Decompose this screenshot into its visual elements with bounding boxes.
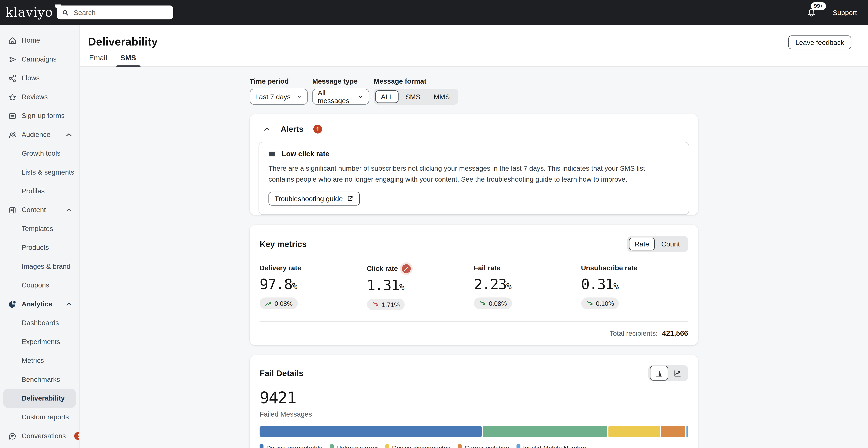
sidebar-item-content[interactable]: Content — [0, 201, 79, 219]
time-period-select[interactable]: Last 7 days — [250, 89, 308, 105]
sidebar-item-reviews[interactable]: Reviews — [0, 88, 79, 106]
message-type-filter: Message type All messages — [312, 78, 369, 105]
sidebar-item-products[interactable]: Products — [0, 238, 79, 257]
sidebar-item-home[interactable]: Home — [0, 31, 79, 50]
support-link[interactable]: Support — [833, 8, 857, 17]
sidebar-item-custom-reports[interactable]: Custom reports — [0, 408, 79, 426]
format-all-button[interactable]: ALL — [375, 90, 399, 103]
alert-title-row: Low click rate — [269, 150, 666, 158]
change-badge: 0.08% — [474, 298, 512, 309]
bar-segment-unknown-error[interactable] — [483, 426, 607, 437]
line-chart-icon — [673, 369, 682, 378]
home-icon — [8, 36, 17, 45]
key-metrics-header: Key metrics Rate Count — [259, 236, 688, 252]
sidebar-item-flows[interactable]: Flows — [0, 69, 79, 88]
count-toggle-button[interactable]: Count — [655, 238, 686, 250]
legend-swatch — [385, 445, 389, 448]
message-format-segmented: ALL SMS MMS — [374, 89, 458, 105]
chevron-up-icon — [64, 130, 73, 139]
alerts-card: Alerts 1 Low click rate There are a sign… — [250, 114, 698, 215]
search-icon — [61, 8, 69, 17]
format-mms-button[interactable]: MMS — [427, 90, 457, 103]
bar-segment-device-disconnected[interactable] — [608, 426, 660, 437]
failed-messages-label: Failed Messages — [259, 411, 688, 419]
bar-segment-device-unreachable[interactable] — [259, 426, 481, 437]
sidebar-item-growth-tools[interactable]: Growth tools — [0, 144, 79, 163]
legend-swatch — [330, 445, 334, 448]
fail-details-title: Fail Details — [259, 368, 304, 378]
chevron-down-icon — [358, 94, 364, 99]
line-chart-toggle-button[interactable] — [668, 366, 686, 381]
legend-swatch — [259, 445, 264, 448]
bar-segment-carrier-violation[interactable] — [661, 426, 685, 437]
change-badge: 1.71% — [367, 299, 405, 310]
sidebar-item-benchmarks[interactable]: Benchmarks — [0, 370, 79, 389]
sidebar-item-audience[interactable]: Audience — [0, 125, 79, 144]
chart-type-toggle — [648, 365, 688, 381]
tab-email[interactable]: Email — [89, 54, 107, 67]
sidebar-item-images-brand[interactable]: Images & brand — [0, 257, 79, 276]
sidebar: Home Campaigns Flows Reviews Sign-up for… — [0, 25, 80, 448]
metric-fail-rate: Fail rate 2.23% 0.08% — [474, 264, 581, 310]
metrics-grid: Delivery rate 97.8% 0.08% Click rate — [259, 264, 688, 310]
message-type-label: Message type — [312, 78, 369, 85]
legend-swatch — [516, 445, 520, 448]
klaviyo-logo: klaviyo — [5, 6, 61, 19]
page-content: Time period Last 7 days Message type All… — [80, 67, 868, 448]
chevron-up-icon — [64, 205, 73, 215]
leave-feedback-button[interactable]: Leave feedback — [788, 35, 851, 50]
rate-count-toggle: Rate Count — [627, 236, 688, 252]
sidebar-item-deliverability[interactable]: Deliverability — [3, 389, 76, 408]
filter-bar: Time period Last 7 days Message type All… — [250, 78, 698, 105]
form-icon — [8, 111, 17, 120]
sidebar-item-profiles[interactable]: Profiles — [0, 182, 79, 200]
sidebar-item-coupons[interactable]: Coupons — [0, 276, 79, 295]
change-badge: 0.10% — [581, 298, 619, 309]
bar-chart-toggle-button[interactable] — [650, 366, 668, 381]
content-icon — [8, 205, 17, 215]
sidebar-item-dashboards[interactable]: Dashboards — [0, 313, 79, 332]
format-sms-button[interactable]: SMS — [399, 90, 427, 103]
total-recipients-label: Total recipients: — [610, 330, 658, 337]
sidebar-item-lists-segments[interactable]: Lists & segments — [0, 163, 79, 182]
sidebar-item-experiments[interactable]: Experiments — [0, 332, 79, 351]
send-icon — [8, 55, 17, 64]
sidebar-item-campaigns[interactable]: Campaigns — [0, 50, 79, 68]
collapse-chevron-icon[interactable] — [263, 125, 271, 133]
metric-unsubscribe-rate: Unsubscribe rate 0.31% 0.10% — [581, 264, 688, 310]
content-subgroup: Templates Products Images & brand Coupon… — [0, 219, 79, 295]
legend-item: Invalid Mobile Number — [516, 445, 586, 448]
conversations-count-badge: 99+ — [74, 432, 80, 440]
sidebar-item-signup-forms[interactable]: Sign-up forms — [0, 107, 79, 125]
tab-sms[interactable]: SMS — [120, 54, 136, 67]
message-format-filter: Message format ALL SMS MMS — [374, 78, 458, 105]
time-period-label: Time period — [250, 78, 308, 85]
trend-down-icon — [372, 301, 379, 308]
rate-toggle-button[interactable]: Rate — [629, 238, 655, 250]
metric-value: 2.23% — [474, 276, 581, 293]
alerts-header: Alerts 1 — [250, 114, 698, 133]
alert-title: Low click rate — [282, 150, 330, 158]
message-type-select[interactable]: All messages — [312, 89, 369, 105]
main-area: Deliverability Leave feedback Email SMS … — [80, 25, 868, 448]
sidebar-item-analytics[interactable]: Analytics — [0, 295, 79, 313]
time-period-filter: Time period Last 7 days — [250, 78, 308, 105]
users-icon — [8, 130, 17, 139]
page-title: Deliverability — [88, 35, 851, 48]
tab-bar: Email SMS — [89, 54, 851, 67]
sidebar-item-conversations[interactable]: Conversations 99+ — [0, 426, 79, 445]
app-window: klaviyo 99+ Support Home Campaigns — [0, 0, 868, 448]
sidebar-item-metrics[interactable]: Metrics — [0, 351, 79, 370]
notifications-button[interactable]: 99+ — [806, 7, 817, 18]
legend-item: Device unreachable — [259, 445, 322, 448]
topbar-right: 99+ Support — [806, 7, 857, 18]
alert-item: Low click rate There are a significant n… — [258, 142, 689, 215]
search-input[interactable] — [72, 8, 169, 17]
search-bar[interactable] — [57, 5, 173, 19]
metric-value: 0.31% — [581, 276, 688, 293]
fail-details-header: Fail Details — [259, 365, 688, 381]
chart-legend: Device unreachable Unknown error Device … — [259, 445, 688, 448]
bar-segment-invalid-mobile-number[interactable] — [686, 426, 688, 437]
troubleshooting-guide-button[interactable]: Troubleshooting guide — [269, 192, 360, 206]
sidebar-item-templates[interactable]: Templates — [0, 219, 79, 238]
